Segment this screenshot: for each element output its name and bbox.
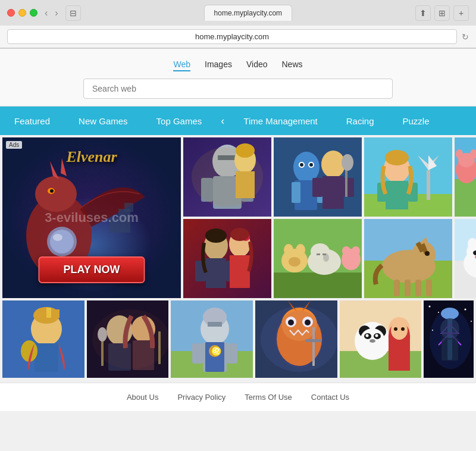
add-tab-button[interactable]: + bbox=[453, 5, 469, 21]
svg-point-93 bbox=[456, 149, 463, 159]
svg-point-164 bbox=[394, 327, 397, 331]
svg-rect-110 bbox=[38, 309, 43, 318]
search-input-wrapper bbox=[83, 79, 393, 99]
svg-rect-112 bbox=[55, 309, 60, 318]
svg-rect-34 bbox=[274, 137, 362, 217]
back-button[interactable]: ‹ bbox=[42, 8, 50, 18]
sidebar-toggle-button[interactable]: ⊟ bbox=[65, 5, 81, 21]
svg-point-61 bbox=[342, 246, 350, 256]
address-bar[interactable]: home.myplaycity.com bbox=[7, 29, 457, 44]
tab-images[interactable]: Images bbox=[205, 58, 232, 71]
game-thumb-blue[interactable] bbox=[274, 137, 362, 217]
game-thumb-adventure5[interactable] bbox=[455, 137, 476, 217]
svg-rect-58 bbox=[317, 253, 320, 255]
svg-point-82 bbox=[425, 251, 430, 256]
svg-point-171 bbox=[438, 312, 439, 313]
title-bar: ‹ › ⊟ home.myplaycity.com ⬆ ⊞ + bbox=[0, 0, 476, 26]
svg-text:♌: ♌ bbox=[211, 346, 222, 356]
svg-rect-51 bbox=[274, 273, 362, 298]
address-bar-row: home.myplaycity.com ↻ bbox=[0, 26, 476, 48]
game-thumb-scifi[interactable] bbox=[424, 300, 474, 378]
svg-rect-12 bbox=[124, 203, 133, 212]
game-thumb-horse[interactable] bbox=[364, 219, 452, 298]
game-thumb-panda[interactable] bbox=[340, 300, 422, 378]
new-tab-button[interactable]: ⊞ bbox=[434, 5, 450, 21]
svg-point-169 bbox=[441, 308, 459, 320]
share-button[interactable]: ⬆ bbox=[415, 5, 431, 21]
svg-point-9 bbox=[50, 230, 74, 253]
reload-button[interactable]: ↻ bbox=[462, 32, 469, 42]
nav-item-time-management[interactable]: Time Management bbox=[229, 107, 332, 135]
svg-rect-162 bbox=[389, 340, 410, 371]
svg-rect-111 bbox=[46, 308, 51, 318]
nav-item-top-games[interactable]: Top Games bbox=[142, 107, 217, 135]
svg-point-23 bbox=[236, 143, 255, 158]
ad-label: Ads bbox=[6, 141, 22, 149]
play-now-button[interactable]: PLAY NOW bbox=[38, 256, 145, 283]
svg-point-54 bbox=[296, 244, 305, 256]
svg-point-172 bbox=[465, 309, 466, 311]
game-thumb-fantasy[interactable] bbox=[183, 219, 271, 298]
svg-point-163 bbox=[391, 321, 408, 340]
svg-point-170 bbox=[429, 306, 431, 308]
footer-link-about[interactable]: About Us bbox=[127, 393, 158, 402]
nav-item-new-games[interactable]: New Games bbox=[64, 107, 142, 135]
svg-point-175 bbox=[440, 318, 459, 340]
svg-rect-134 bbox=[192, 343, 203, 364]
svg-rect-83 bbox=[394, 280, 400, 296]
footer-link-contact[interactable]: Contact Us bbox=[311, 393, 349, 402]
svg-point-159 bbox=[375, 334, 378, 337]
svg-point-62 bbox=[352, 246, 360, 256]
svg-rect-86 bbox=[426, 280, 432, 296]
nav-prev-arrow[interactable]: ‹ bbox=[216, 107, 229, 135]
nav-item-puzzle[interactable]: Puzzle bbox=[388, 107, 443, 135]
svg-rect-37 bbox=[292, 182, 300, 203]
nav-item-featured[interactable]: Featured bbox=[0, 107, 64, 135]
svg-point-123 bbox=[92, 309, 169, 369]
svg-point-148 bbox=[275, 311, 323, 368]
game-col-3 bbox=[274, 137, 362, 298]
svg-point-63 bbox=[323, 253, 329, 262]
footer: About Us Privacy Policy Terms Of Use Con… bbox=[0, 383, 476, 411]
nav-bar: Featured New Games Top Games ‹ Time Mana… bbox=[0, 107, 476, 135]
nav-buttons: ‹ › bbox=[42, 8, 61, 18]
game-thumb-hero[interactable] bbox=[2, 300, 84, 378]
game-thumb-animals[interactable] bbox=[274, 219, 362, 298]
svg-point-160 bbox=[369, 339, 375, 343]
svg-rect-45 bbox=[312, 178, 322, 197]
game-thumb-girl[interactable] bbox=[364, 137, 452, 217]
browser-tab[interactable]: home.myplaycity.com bbox=[204, 5, 292, 21]
minimize-button[interactable] bbox=[18, 9, 26, 17]
svg-point-165 bbox=[401, 327, 405, 331]
ad-banner[interactable]: Ads bbox=[2, 137, 181, 298]
search-input[interactable] bbox=[83, 79, 393, 99]
search-tabs: Web Images Video News bbox=[173, 58, 302, 71]
tab-web[interactable]: Web bbox=[173, 58, 190, 71]
svg-point-32 bbox=[205, 228, 227, 243]
game-thumb-knight[interactable] bbox=[183, 137, 271, 217]
game-thumb-adventure5b[interactable] bbox=[455, 219, 476, 298]
window-action-buttons: ⬆ ⊞ + bbox=[415, 5, 469, 21]
page-content: Web Images Video News Featured New Games… bbox=[0, 49, 476, 411]
game-col-2 bbox=[183, 137, 271, 298]
ad-game-title: Elvenar bbox=[66, 148, 117, 166]
svg-rect-135 bbox=[227, 343, 237, 364]
maximize-button[interactable] bbox=[30, 9, 37, 17]
game-thumb-dark[interactable] bbox=[87, 300, 169, 378]
svg-point-33 bbox=[230, 228, 249, 241]
svg-rect-84 bbox=[405, 280, 411, 296]
tab-news[interactable]: News bbox=[282, 58, 303, 71]
svg-point-71 bbox=[385, 150, 409, 165]
tab-video[interactable]: Video bbox=[246, 58, 268, 71]
footer-link-privacy[interactable]: Privacy Policy bbox=[177, 393, 226, 402]
forward-button[interactable]: › bbox=[52, 8, 60, 18]
svg-point-3 bbox=[35, 176, 77, 212]
close-button[interactable] bbox=[7, 9, 15, 17]
footer-link-terms[interactable]: Terms Of Use bbox=[245, 393, 292, 402]
svg-rect-30 bbox=[230, 255, 250, 288]
game-grid: Ads bbox=[0, 135, 476, 383]
game-thumb-monster[interactable] bbox=[255, 300, 337, 378]
svg-point-174 bbox=[432, 330, 433, 331]
nav-item-racing[interactable]: Racing bbox=[332, 107, 389, 135]
game-thumb-medieval[interactable]: ♌ bbox=[171, 300, 253, 378]
